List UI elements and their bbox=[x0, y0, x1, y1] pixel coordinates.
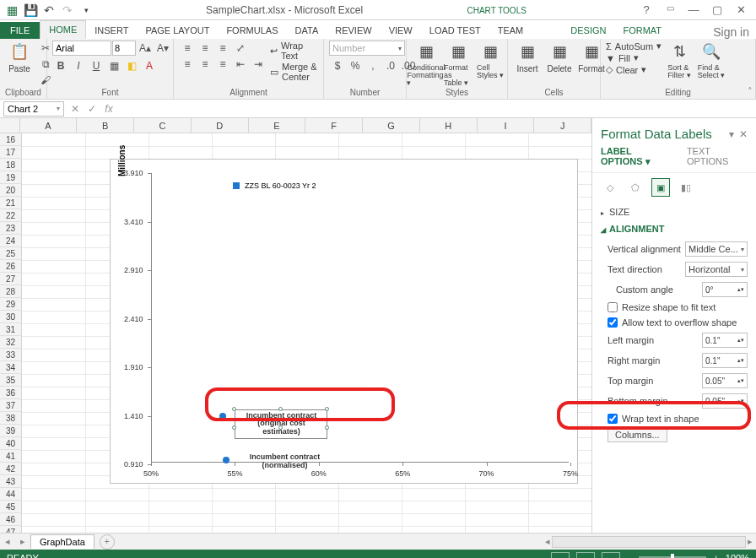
number-format-combo[interactable]: Number▾ bbox=[329, 41, 405, 56]
merge-center-button[interactable]: ▭Merge & Center bbox=[270, 62, 318, 82]
fill-color-button[interactable]: ◧ bbox=[123, 58, 140, 73]
autosum-button[interactable]: ΣAutoSum ▾ bbox=[606, 41, 662, 51]
row-header[interactable]: 43 bbox=[0, 475, 22, 488]
column-header[interactable]: H bbox=[420, 118, 478, 133]
task-pane-dropdown-icon[interactable]: ▾ bbox=[729, 128, 734, 140]
align-top-icon[interactable]: ≡ bbox=[179, 41, 196, 56]
tab-format[interactable]: FORMAT bbox=[614, 22, 670, 39]
conditional-formatting-button[interactable]: ▦ConditionalFormatting ▾ bbox=[412, 41, 440, 87]
row-header[interactable]: 40 bbox=[0, 437, 22, 450]
page-layout-view-icon[interactable] bbox=[576, 552, 595, 558]
row-header[interactable]: 17 bbox=[0, 146, 22, 159]
row-header[interactable]: 22 bbox=[0, 209, 22, 222]
size-properties-icon[interactable]: ▣ bbox=[651, 178, 670, 197]
underline-button[interactable]: U bbox=[88, 58, 105, 73]
column-header[interactable]: E bbox=[249, 118, 306, 133]
qat-customize-icon[interactable]: ▾ bbox=[78, 2, 94, 19]
row-header[interactable]: 31 bbox=[0, 323, 22, 336]
column-header[interactable]: G bbox=[363, 118, 420, 133]
task-pane-close-icon[interactable]: ✕ bbox=[739, 128, 748, 140]
row-header[interactable]: 36 bbox=[0, 387, 22, 399]
align-right-icon[interactable]: ≡ bbox=[214, 57, 231, 72]
tab-label-options[interactable]: LABEL OPTIONS ▾ bbox=[601, 146, 675, 167]
close-icon[interactable]: ✕ bbox=[732, 3, 749, 16]
select-all-corner[interactable] bbox=[0, 118, 20, 133]
ribbon-help-icon[interactable]: ? bbox=[638, 3, 655, 16]
ribbon-collapse-icon[interactable]: ▭ bbox=[662, 3, 678, 16]
percent-icon[interactable]: % bbox=[347, 58, 364, 73]
row-header[interactable]: 44 bbox=[0, 488, 22, 501]
row-header[interactable]: 30 bbox=[0, 311, 22, 323]
wrap-text-button[interactable]: ↩Wrap Text bbox=[270, 41, 318, 61]
tab-team[interactable]: TEAM bbox=[489, 22, 532, 39]
chart-legend[interactable]: ZZS BL 60-0023 Yr 2 bbox=[233, 181, 316, 190]
border-button[interactable]: ▦ bbox=[105, 58, 122, 73]
left-margin-spinner[interactable]: 0.1"▴▾ bbox=[702, 333, 748, 348]
zoom-out-icon[interactable]: – bbox=[627, 553, 632, 558]
custom-angle-spinner[interactable]: 0°▴▾ bbox=[702, 282, 748, 297]
row-header[interactable]: 38 bbox=[0, 412, 22, 425]
formula-input[interactable] bbox=[116, 104, 756, 114]
align-bottom-icon[interactable]: ≡ bbox=[214, 41, 231, 56]
row-header[interactable]: 16 bbox=[0, 133, 22, 146]
horizontal-scrollbar[interactable] bbox=[552, 536, 746, 548]
column-header[interactable]: I bbox=[478, 118, 535, 133]
column-header[interactable]: A bbox=[20, 118, 78, 133]
decrease-indent-icon[interactable]: ⇤ bbox=[232, 57, 249, 72]
fill-line-icon[interactable]: ◇ bbox=[601, 178, 619, 197]
hscroll-left-icon[interactable]: ◂ bbox=[545, 536, 550, 548]
tab-home[interactable]: HOME bbox=[40, 20, 86, 39]
fx-icon[interactable]: fx bbox=[101, 103, 116, 115]
increase-indent-icon[interactable]: ⇥ bbox=[250, 57, 267, 72]
enter-formula-icon[interactable]: ✓ bbox=[84, 103, 100, 115]
sign-in-link[interactable]: Sign in bbox=[713, 25, 749, 39]
tab-view[interactable]: VIEW bbox=[381, 22, 421, 39]
format-as-table-button[interactable]: ▦Format asTable ▾ bbox=[444, 41, 472, 87]
fill-button[interactable]: ▼Fill ▾ bbox=[606, 52, 662, 63]
new-sheet-button[interactable]: + bbox=[100, 534, 115, 550]
column-header[interactable]: D bbox=[192, 118, 249, 133]
align-center-icon[interactable]: ≡ bbox=[197, 57, 213, 72]
vertical-alignment-combo[interactable]: Middle Ce...▾ bbox=[685, 241, 748, 257]
find-select-button[interactable]: 🔍Find &Select ▾ bbox=[697, 41, 726, 79]
paste-button[interactable]: 📋 Paste bbox=[5, 41, 34, 73]
page-break-view-icon[interactable] bbox=[602, 552, 620, 558]
tab-load-test[interactable]: LOAD TEST bbox=[421, 22, 489, 39]
text-direction-combo[interactable]: Horizontal▾ bbox=[685, 262, 748, 277]
insert-cells-button[interactable]: ▦Insert bbox=[513, 41, 542, 73]
accounting-icon[interactable]: $ bbox=[329, 58, 346, 73]
row-header[interactable]: 18 bbox=[0, 159, 22, 171]
row-header[interactable]: 32 bbox=[0, 336, 22, 349]
row-header[interactable]: 34 bbox=[0, 361, 22, 374]
column-header[interactable]: F bbox=[305, 118, 363, 133]
row-header[interactable]: 27 bbox=[0, 273, 22, 285]
increase-decimal-icon[interactable]: .0 bbox=[382, 58, 399, 73]
font-size-combo[interactable] bbox=[112, 41, 136, 56]
tab-page-layout[interactable]: PAGE LAYOUT bbox=[137, 22, 218, 39]
row-header[interactable]: 39 bbox=[0, 425, 22, 437]
column-header[interactable]: B bbox=[77, 118, 134, 133]
tab-design[interactable]: DESIGN bbox=[562, 22, 614, 39]
embedded-chart[interactable]: Millions ZZS BL 60-0023 Yr 2 0.9101.4101… bbox=[110, 159, 578, 484]
italic-button[interactable]: I bbox=[70, 58, 87, 73]
cancel-formula-icon[interactable]: ✕ bbox=[68, 103, 83, 115]
row-header[interactable]: 29 bbox=[0, 298, 22, 311]
tab-file[interactable]: FILE bbox=[0, 22, 40, 39]
row-header[interactable]: 33 bbox=[0, 349, 22, 361]
save-icon[interactable]: 💾 bbox=[22, 2, 39, 19]
worksheet-grid[interactable]: ABCDEFGHIJ 16171819202122232425262728293… bbox=[0, 118, 591, 533]
tab-review[interactable]: REVIEW bbox=[327, 22, 380, 39]
sheet-nav-prev-icon[interactable]: ◂ bbox=[0, 536, 15, 547]
row-header[interactable]: 41 bbox=[0, 450, 22, 463]
tab-text-options[interactable]: TEXT OPTIONS bbox=[687, 146, 748, 167]
data-point[interactable] bbox=[223, 457, 230, 463]
section-alignment[interactable]: ◢ALIGNMENT bbox=[592, 219, 756, 236]
increase-font-icon[interactable]: A▴ bbox=[137, 41, 154, 56]
row-header[interactable]: 46 bbox=[0, 513, 22, 526]
minimize-icon[interactable]: — bbox=[685, 3, 702, 16]
row-header[interactable]: 28 bbox=[0, 285, 22, 298]
column-header[interactable]: C bbox=[134, 118, 192, 133]
clear-button[interactable]: ◇Clear ▾ bbox=[606, 64, 662, 75]
tab-insert[interactable]: INSERT bbox=[86, 22, 137, 39]
collapse-ribbon-icon[interactable]: ˄ bbox=[748, 86, 753, 97]
